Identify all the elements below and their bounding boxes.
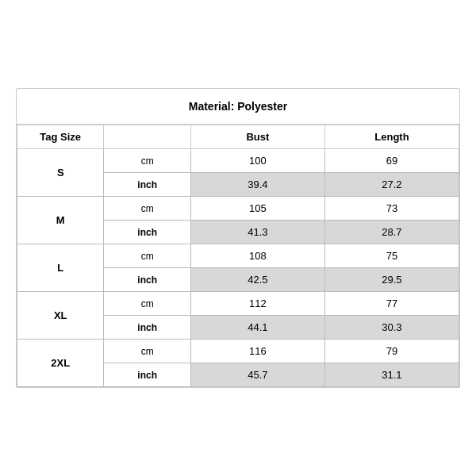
length-cm-value: 69 xyxy=(324,149,459,173)
tag-size-cell: L xyxy=(17,244,104,292)
bust-cm-value: 108 xyxy=(190,244,324,268)
table-row: XLcm11277 xyxy=(17,292,459,316)
tag-size-cell: S xyxy=(17,149,104,197)
table-header-row: Tag Size Bust Length xyxy=(17,125,459,149)
length-cm-value: 77 xyxy=(324,292,459,316)
bust-inch-value: 39.4 xyxy=(190,173,324,197)
tag-size-cell: XL xyxy=(17,292,104,340)
bust-cm-value: 116 xyxy=(190,340,324,363)
length-cm-value: 79 xyxy=(324,340,459,363)
unit-inch-cell: inch xyxy=(104,221,190,244)
unit-inch-cell: inch xyxy=(104,268,190,292)
bust-inch-value: 44.1 xyxy=(190,316,324,340)
unit-inch-cell: inch xyxy=(104,173,190,197)
length-cm-value: 75 xyxy=(324,244,459,268)
size-chart-container: Material: Polyester Tag Size Bust Length… xyxy=(16,88,460,388)
bust-cm-value: 100 xyxy=(190,149,324,173)
bust-cm-value: 112 xyxy=(190,292,324,316)
table-row: Lcm10875 xyxy=(17,244,459,268)
length-inch-value: 31.1 xyxy=(324,363,459,387)
table-row: 2XLcm11679 xyxy=(17,340,459,363)
tag-size-cell: 2XL xyxy=(17,340,104,387)
bust-inch-value: 42.5 xyxy=(190,268,324,292)
unit-cm-cell: cm xyxy=(104,197,190,221)
bust-inch-value: 41.3 xyxy=(190,221,324,244)
table-row: Mcm10573 xyxy=(17,197,459,221)
header-tag-size: Tag Size xyxy=(17,125,104,149)
bust-cm-value: 105 xyxy=(190,197,324,221)
tag-size-cell: M xyxy=(17,197,104,244)
unit-cm-cell: cm xyxy=(104,292,190,316)
table-row: Scm10069 xyxy=(17,149,459,173)
header-length: Length xyxy=(324,125,459,149)
length-cm-value: 73 xyxy=(324,197,459,221)
unit-cm-cell: cm xyxy=(104,340,190,363)
bust-inch-value: 45.7 xyxy=(190,363,324,387)
unit-cm-cell: cm xyxy=(104,149,190,173)
unit-inch-cell: inch xyxy=(104,316,190,340)
unit-cm-cell: cm xyxy=(104,244,190,268)
size-table: Tag Size Bust Length Scm10069inch39.427.… xyxy=(17,125,459,387)
length-inch-value: 28.7 xyxy=(324,221,459,244)
length-inch-value: 29.5 xyxy=(324,268,459,292)
chart-title: Material: Polyester xyxy=(17,89,459,125)
unit-inch-cell: inch xyxy=(104,363,190,387)
length-inch-value: 27.2 xyxy=(324,173,459,197)
length-inch-value: 30.3 xyxy=(324,316,459,340)
header-unit xyxy=(104,125,190,149)
header-bust: Bust xyxy=(190,125,324,149)
